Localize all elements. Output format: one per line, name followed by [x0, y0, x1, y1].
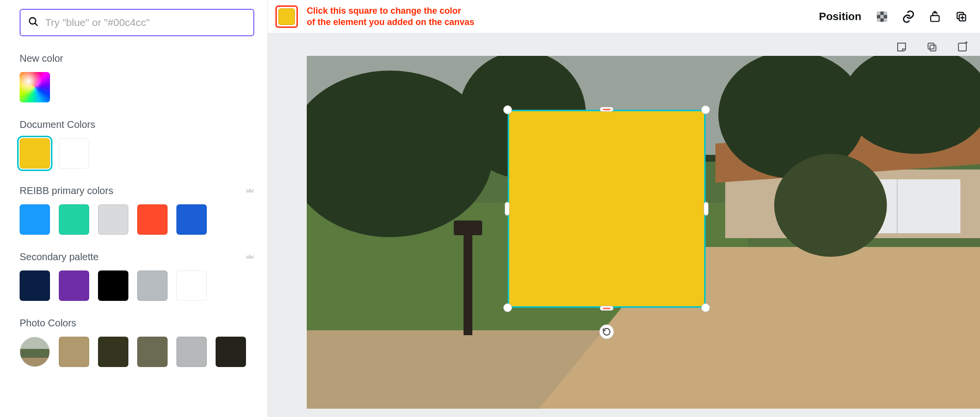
resize-handle-bottom[interactable] [600, 306, 613, 311]
photo-colors-label: Photo Colors [20, 318, 254, 329]
secondary-color-swatch[interactable] [98, 270, 128, 301]
brand-color-swatch[interactable] [98, 204, 128, 235]
lock-icon[interactable] [926, 8, 944, 25]
rotate-handle[interactable] [599, 324, 614, 339]
resize-handle-right[interactable] [704, 202, 709, 216]
canvas-area[interactable] [268, 33, 980, 417]
color-search[interactable] [20, 9, 254, 36]
svg-rect-7 [881, 11, 884, 15]
editor-main: Click this square to change the color of… [268, 0, 980, 417]
svg-rect-13 [930, 45, 936, 51]
photo-colors-section: Photo Colors [20, 318, 254, 367]
svg-rect-8 [877, 15, 881, 18]
resize-handle-left[interactable] [505, 202, 510, 216]
brand-color-swatch[interactable] [59, 204, 89, 235]
brand-primary-section: REIBB primary colors [20, 185, 254, 235]
secondary-color-swatch[interactable] [137, 270, 168, 301]
duplicate-icon[interactable] [953, 8, 970, 25]
context-toolbar: Click this square to change the color of… [268, 0, 980, 33]
resize-handle-bl[interactable] [503, 303, 512, 312]
photo-color-swatch[interactable] [137, 337, 168, 367]
brand-color-swatch[interactable] [176, 204, 207, 235]
annotation-line: of the element you added on the canvas [307, 17, 474, 28]
notes-icon[interactable] [893, 38, 910, 56]
photo-thumb-swatch[interactable] [20, 337, 50, 367]
svg-rect-15 [958, 43, 966, 51]
svg-rect-14 [928, 43, 934, 49]
add-page-icon[interactable] [954, 38, 971, 56]
svg-rect-10 [881, 18, 884, 22]
new-color-label: New color [20, 53, 254, 64]
brand-color-swatch[interactable] [137, 204, 168, 235]
selection-outline [508, 110, 706, 308]
link-icon[interactable] [900, 8, 917, 25]
annotation-line: Click this square to change the color [307, 5, 474, 17]
transparency-icon[interactable] [873, 8, 891, 25]
brand-secondary-label: Secondary palette [20, 251, 98, 263]
photo-color-swatch[interactable] [98, 337, 128, 367]
copy-page-icon[interactable] [923, 38, 941, 56]
svg-rect-3 [884, 11, 887, 15]
doc-color-swatch[interactable] [59, 138, 89, 169]
resize-handle-tr[interactable] [701, 105, 710, 114]
svg-rect-5 [877, 18, 881, 22]
resize-handle-top[interactable] [600, 107, 613, 112]
svg-line-1 [35, 23, 37, 25]
position-button[interactable]: Position [816, 8, 864, 25]
svg-rect-11 [931, 15, 939, 21]
secondary-color-swatch[interactable] [59, 270, 89, 301]
document-colors-section: Document Colors [20, 119, 254, 169]
secondary-color-swatch[interactable] [176, 270, 207, 301]
selected-element[interactable] [508, 110, 706, 308]
svg-rect-6 [884, 18, 887, 22]
photo-color-swatch[interactable] [176, 337, 207, 367]
photo-color-swatch[interactable] [216, 337, 246, 367]
page-actions [893, 38, 971, 56]
search-icon [27, 16, 39, 29]
document-colors-label: Document Colors [20, 119, 254, 130]
color-panel: New color Document Colors REIBB primary … [0, 0, 268, 417]
resize-handle-tl[interactable] [503, 105, 512, 114]
secondary-color-swatch[interactable] [20, 270, 50, 301]
tutorial-annotation: Click this square to change the color of… [307, 5, 474, 27]
add-new-color[interactable] [20, 72, 50, 102]
brand-secondary-section: Secondary palette [20, 251, 254, 301]
brand-color-swatch[interactable] [20, 204, 50, 235]
svg-rect-4 [881, 15, 884, 18]
brand-primary-label: REIBB primary colors [20, 185, 113, 196]
resize-handle-br[interactable] [701, 303, 710, 312]
doc-color-swatch[interactable] [20, 138, 50, 169]
new-color-section: New color [20, 53, 254, 102]
color-search-input[interactable] [45, 17, 246, 28]
svg-rect-9 [884, 15, 887, 18]
fill-color-button[interactable] [275, 5, 298, 28]
crown-icon [245, 251, 254, 263]
fill-color-chip [278, 8, 295, 25]
photo-color-swatch[interactable] [59, 337, 89, 367]
svg-rect-2 [877, 11, 881, 15]
crown-icon [245, 185, 254, 196]
